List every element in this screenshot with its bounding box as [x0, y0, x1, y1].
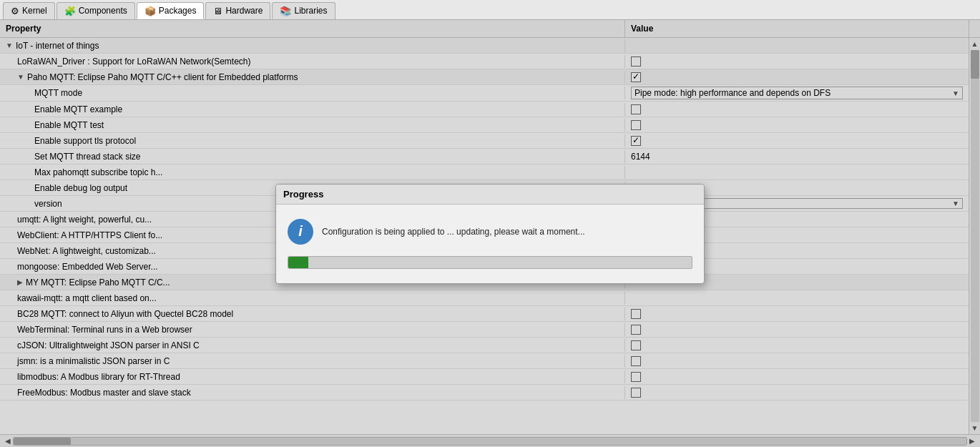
- progress-dialog: Progress i Configuration is being applie…: [275, 184, 705, 284]
- tab-hardware[interactable]: 🖥 Hardware: [205, 2, 270, 19]
- dialog-message-text: Configuration is being applied to ... up…: [322, 227, 585, 237]
- kernel-icon: ⚙: [11, 6, 19, 16]
- libraries-icon: 📚: [280, 6, 291, 16]
- tab-libraries[interactable]: 📚 Libraries: [272, 2, 335, 19]
- progress-bar-container: [288, 256, 692, 269]
- progress-overlay: Progress i Configuration is being applie…: [0, 20, 980, 447]
- info-icon: i: [288, 219, 313, 245]
- components-icon: 🧩: [64, 6, 76, 16]
- tab-components[interactable]: 🧩 Components: [57, 2, 135, 19]
- tab-packages[interactable]: 📦 Packages: [137, 2, 205, 19]
- dialog-body: i Configuration is being applied to ... …: [276, 205, 704, 283]
- tab-bar: ⚙ Kernel 🧩 Components 📦 Packages 🖥 Hardw…: [0, 0, 980, 20]
- dialog-message-row: i Configuration is being applied to ... …: [288, 219, 692, 245]
- tab-kernel[interactable]: ⚙ Kernel: [3, 2, 55, 19]
- dialog-title: Progress: [276, 185, 704, 205]
- hardware-icon: 🖥: [213, 6, 222, 16]
- progress-bar-fill: [288, 257, 308, 268]
- main-area: Property Value ▼ IoT - internet of thing…: [0, 20, 980, 447]
- packages-icon: 📦: [144, 6, 156, 16]
